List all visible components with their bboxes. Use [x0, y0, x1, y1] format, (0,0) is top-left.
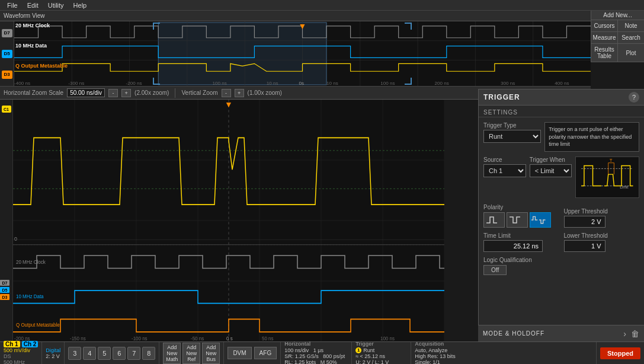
- afg-button[interactable]: AFG: [254, 347, 277, 359]
- menu-bar: File Edit Utility Help: [0, 0, 644, 11]
- svg-text:-150 ns: -150 ns: [70, 336, 86, 341]
- measure-button[interactable]: Measure: [591, 32, 617, 43]
- add-new-bus-btn[interactable]: AddNewBus: [202, 343, 220, 364]
- overview-trigger-cursor: ▼: [299, 21, 307, 31]
- trigger-when-label: Trigger When: [530, 157, 572, 163]
- horizontal-section: Horizontal 100 ns/div 1 µs SR: 1.25 GS/s…: [281, 342, 352, 364]
- zoom-region-bl: [153, 78, 160, 85]
- waveform-view-label: Waveform View: [0, 11, 591, 21]
- num-btn-3[interactable]: 3: [68, 347, 81, 360]
- svg-text:Q Output Metastable: Q Output Metastable: [16, 322, 60, 328]
- logic-qual-label: Logic Qualification: [483, 257, 639, 263]
- polarity-field: Polarity: [483, 204, 559, 228]
- acquisition-title: Acquisition: [415, 341, 592, 347]
- time-limit-field: Time Limit: [483, 232, 559, 252]
- menu-file[interactable]: File: [2, 2, 23, 9]
- main-ch1-badge-area: C1: [0, 100, 12, 232]
- trigger-status-line2: ≈ < 25.12 ns: [355, 353, 407, 359]
- overview-area: D7 D5 D3 20 MHz Clock 10 MHz Data Q Outp…: [0, 21, 591, 87]
- note-button[interactable]: Note: [618, 20, 644, 31]
- menu-utility[interactable]: Utility: [43, 2, 69, 9]
- ch2-badge[interactable]: Ch 2: [22, 341, 39, 347]
- add-new-grid: Cursors Note Measure Search ResultsTable…: [591, 20, 644, 62]
- trigger-header: TRIGGER ?: [479, 90, 644, 106]
- main-ch1-badge: C1: [2, 106, 11, 113]
- h-zoom-plus[interactable]: +: [121, 89, 131, 97]
- horizontal-line2: SR: 1.25 GS/s 800 ps/pt: [284, 353, 348, 359]
- svg-text:T: T: [610, 158, 613, 163]
- num-btn-6[interactable]: 6: [113, 347, 126, 360]
- time-limit-input[interactable]: [483, 240, 543, 252]
- menu-help[interactable]: Help: [69, 2, 92, 9]
- num-btn-7[interactable]: 7: [127, 347, 140, 360]
- mode-holdoff-trash-icon[interactable]: 🗑: [631, 329, 639, 339]
- zoom-region-tl: [153, 23, 160, 30]
- trigger-type-select[interactable]: Runt: [483, 130, 541, 143]
- trigger-help-button[interactable]: ?: [629, 92, 639, 103]
- add-new-math-btn[interactable]: AddNewMath: [163, 343, 181, 364]
- num-btn-8[interactable]: 8: [142, 347, 155, 360]
- num-btn-5[interactable]: 5: [98, 347, 111, 360]
- v-zoom-factor: (1.00x zoom): [248, 90, 282, 96]
- svg-text:0s: 0s: [299, 81, 304, 86]
- v-zoom-minus[interactable]: -: [222, 89, 231, 97]
- polarity-neg-btn[interactable]: [507, 212, 528, 228]
- runt-diagram-svg: T Limit: [575, 157, 639, 198]
- polarity-both-btn[interactable]: [530, 212, 551, 228]
- svg-text:-50 ns: -50 ns: [191, 336, 204, 341]
- svg-text:0: 0: [14, 236, 17, 242]
- search-button[interactable]: Search: [618, 32, 644, 43]
- results-table-button[interactable]: ResultsTable: [591, 44, 617, 62]
- trigger-indicator: 1: [355, 347, 361, 353]
- h-zoom-value[interactable]: 50.00 ns/div: [67, 88, 105, 97]
- trigger-info-text: Trigger on a runt pulse of either polari…: [544, 122, 639, 152]
- zoom-divider: [175, 88, 175, 98]
- polarity-threshold-row: Polarity: [479, 202, 644, 230]
- horizontal-title: Horizontal: [284, 341, 348, 347]
- add-new-title: Add New...: [591, 11, 644, 20]
- stopped-button[interactable]: Stopped: [600, 347, 640, 359]
- svg-text:50 ns: 50 ns: [262, 336, 274, 341]
- main-waveform-svg: 0 20 MHz Clock 10 MHz Data Q Output Meta…: [13, 100, 444, 341]
- main-d7-badge: D7: [0, 280, 9, 286]
- trigger-when-select[interactable]: < Limit: [530, 164, 572, 177]
- trigger-source-field: Source Ch 1: [483, 157, 526, 199]
- svg-text:100 ns: 100 ns: [380, 81, 395, 86]
- polarity-pos-btn[interactable]: [483, 212, 505, 228]
- ch1-volt: 500 mV/div: [4, 347, 38, 353]
- polarity-label: Polarity: [483, 204, 559, 210]
- v-zoom-plus[interactable]: +: [235, 89, 244, 97]
- logic-qual-button[interactable]: Off: [483, 265, 507, 275]
- lower-threshold-input[interactable]: [564, 240, 605, 252]
- trigger-status-section: Trigger 1 Runt ≈ < 25.12 ns U: 2 V / L: …: [352, 342, 411, 364]
- upper-threshold-input[interactable]: [564, 216, 605, 228]
- svg-text:100 ns: 100 ns: [212, 81, 226, 86]
- ch1-badge[interactable]: Ch 1: [4, 341, 20, 347]
- main-d5-badge: D5: [0, 287, 9, 293]
- ch2-type: Digital: [46, 347, 60, 353]
- svg-text:0 s: 0 s: [226, 336, 233, 341]
- trigger-source-select[interactable]: Ch 1: [483, 164, 526, 177]
- svg-rect-0: [158, 23, 326, 85]
- menu-edit[interactable]: Edit: [23, 2, 43, 9]
- trigger-type-row: Trigger Type Runt Trigger on a runt puls…: [479, 120, 644, 154]
- upper-threshold-label: Upper Threshold: [564, 208, 640, 215]
- runt-diagram-container: T Limit: [575, 157, 639, 199]
- num-btn-4[interactable]: 4: [83, 347, 96, 360]
- h-zoom-minus[interactable]: -: [108, 89, 118, 97]
- dvm-button[interactable]: DVM: [228, 347, 251, 359]
- ch2-volt: 2: 2 V: [46, 353, 60, 359]
- mode-holdoff-expand[interactable]: ›: [623, 329, 626, 339]
- cursors-button[interactable]: Cursors: [591, 20, 617, 31]
- number-buttons-group: 3 4 5 6 7 8: [65, 342, 159, 364]
- plot-button[interactable]: Plot: [618, 44, 644, 62]
- waveform-view-text: Waveform View: [4, 12, 44, 19]
- trigger-status-title: Trigger: [355, 341, 407, 347]
- trigger-source-label: Source: [483, 157, 526, 163]
- horizontal-line1: 100 ns/div 1 µs: [284, 347, 348, 353]
- main-waveform: C1 D7 D5 D3 ▼: [0, 100, 444, 341]
- mode-holdoff-bar[interactable]: MODE & HOLDOFF › 🗑: [478, 325, 644, 341]
- v-zoom-label: Vertical Zoom: [181, 90, 217, 96]
- overview-canvas: 20 MHz Clock 10 MHz Data Q Output Metast…: [14, 21, 591, 86]
- add-new-ref-btn[interactable]: AddNewRef: [182, 343, 200, 364]
